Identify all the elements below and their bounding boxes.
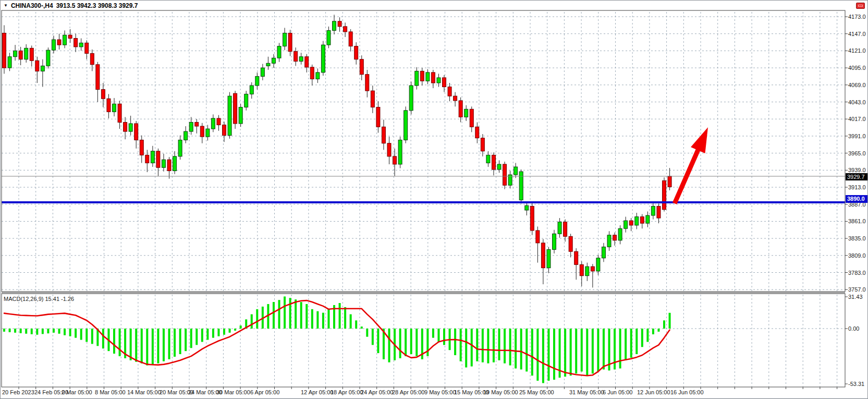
- candle-body: [272, 58, 275, 63]
- macd-histogram-bar: [14, 329, 16, 333]
- macd-histogram-bar: [366, 329, 368, 337]
- candle-body: [503, 164, 507, 185]
- candle-body: [266, 63, 270, 66]
- candle-body: [310, 67, 314, 79]
- candle-body: [443, 78, 446, 87]
- axis-label: 4069.0: [848, 82, 866, 88]
- macd-histogram-bar: [20, 329, 22, 333]
- candle-body: [437, 78, 441, 83]
- macd-histogram-bar: [229, 329, 231, 333]
- macd-histogram-bar: [113, 329, 115, 354]
- candle-body: [514, 167, 518, 175]
- candle-body: [580, 264, 583, 275]
- macd-histogram-bar: [361, 327, 363, 329]
- candle-body: [415, 71, 419, 86]
- axis-label: 4121.0: [848, 47, 866, 54]
- candle-body: [206, 129, 210, 137]
- candle-body: [349, 32, 352, 46]
- macd-histogram-bar: [201, 329, 203, 342]
- candle-body: [564, 222, 567, 237]
- candle-body: [19, 51, 22, 59]
- macd-histogram-bar: [217, 329, 219, 336]
- trend-arrow-head[interactable]: [691, 127, 708, 153]
- candle-body: [277, 46, 281, 58]
- candle-body: [553, 234, 556, 249]
- axis-label: 9 May 05:00: [424, 389, 456, 395]
- axis-label: 31.43: [848, 294, 863, 300]
- candle-body: [459, 101, 462, 117]
- candle-body: [651, 206, 655, 215]
- support-line[interactable]: [2, 201, 845, 203]
- macd-histogram-bar: [405, 329, 407, 356]
- candle-body: [668, 176, 671, 187]
- candle-body: [536, 231, 540, 243]
- candle-body: [223, 125, 226, 135]
- candle-body: [189, 122, 193, 131]
- candle-body: [52, 40, 55, 50]
- support-level-badge: 3890.0: [846, 195, 868, 203]
- macd-histogram-bar: [581, 329, 583, 371]
- axis-label: 3809.0: [848, 252, 866, 259]
- macd-histogram-bar: [355, 320, 357, 329]
- candle-body: [118, 104, 121, 122]
- candle-body: [574, 251, 578, 264]
- macd-histogram-bar: [190, 329, 192, 348]
- axis-label: 18 Apr 05:00: [331, 389, 363, 395]
- macd-histogram-bar: [256, 309, 258, 329]
- axis-label: 3939.0: [848, 167, 866, 173]
- macd-histogram-bar: [669, 313, 671, 329]
- macd-histogram-bar: [311, 309, 313, 329]
- macd-panel-border: [2, 294, 845, 387]
- candle-body: [57, 40, 61, 45]
- macd-histogram-bar: [91, 329, 93, 344]
- candle-body: [591, 267, 594, 271]
- candle-body: [481, 138, 484, 151]
- symbol-dropdown-icon[interactable]: ▼: [4, 3, 8, 8]
- macd-histogram-bar: [630, 329, 632, 358]
- macd-histogram-bar: [223, 329, 225, 335]
- chart-symbol-label: CHINA300-,H4: [11, 2, 53, 9]
- axis-label: 16 Jun 05:00: [670, 389, 704, 395]
- macd-histogram-bar: [536, 329, 539, 381]
- macd-histogram-bar: [135, 329, 137, 362]
- candle-body: [107, 99, 111, 112]
- candle-body: [173, 156, 177, 171]
- candle-body: [25, 48, 28, 59]
- axis-label: 2 Mar 05:00: [62, 389, 92, 395]
- macd-histogram-bar: [251, 315, 253, 329]
- candle-body: [404, 111, 408, 140]
- candle-body: [140, 140, 143, 155]
- macd-histogram-bar: [157, 329, 159, 364]
- macd-histogram-bar: [179, 329, 181, 354]
- macd-histogram-bar: [614, 329, 616, 369]
- candle-body: [217, 118, 221, 125]
- trend-arrow-shaft[interactable]: [675, 147, 699, 203]
- axis-label: 28 Apr 05:00: [392, 389, 424, 395]
- axis-label: 24 Apr 05:00: [361, 389, 393, 395]
- macd-histogram-bar: [619, 329, 621, 368]
- macd-histogram-bar: [388, 329, 390, 362]
- axis-label: -53.31: [848, 381, 864, 387]
- candle-body: [541, 243, 545, 268]
- macd-histogram-bar: [42, 329, 44, 334]
- candle-body: [124, 122, 127, 131]
- candle-body: [360, 59, 363, 75]
- macd-histogram-bar: [487, 329, 489, 364]
- candle-body: [420, 71, 424, 81]
- candle-body: [234, 93, 237, 124]
- main-panel-border: [2, 10, 845, 292]
- candle-body: [475, 127, 479, 138]
- chart-window: 4173.04147.04121.04095.04069.04043.04017…: [0, 0, 868, 399]
- current-price-badge: 3929.7: [846, 173, 868, 180]
- candle-body: [283, 33, 287, 46]
- axis-label: 4173.0: [848, 14, 866, 20]
- candle-body: [607, 235, 611, 247]
- candle-body: [3, 33, 6, 68]
- chart-canvas[interactable]: 4173.04147.04121.04095.04069.04043.04017…: [1, 1, 868, 399]
- close-chart-icon[interactable]: [856, 3, 865, 9]
- candle-body: [426, 72, 430, 81]
- axis-label: 4017.0: [848, 116, 866, 122]
- macd-histogram-bar: [553, 329, 555, 380]
- axis-label: 3757.0: [848, 286, 866, 293]
- macd-histogram-bar: [410, 329, 412, 354]
